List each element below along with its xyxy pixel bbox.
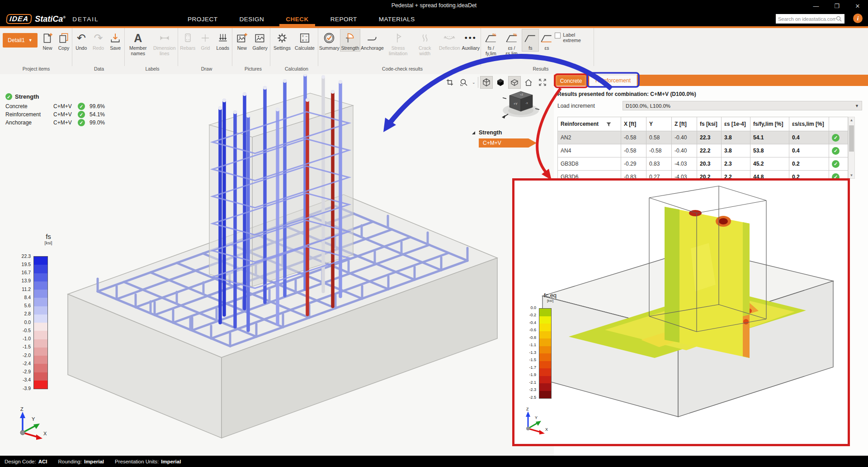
scrollbar-thumb[interactable] xyxy=(849,125,854,152)
wireframe-view-button[interactable] xyxy=(481,76,492,88)
new-item-button[interactable]: New xyxy=(39,29,56,51)
fs-button[interactable]: fs xyxy=(522,29,538,51)
label-extreme-toggle[interactable]: Label extreme xyxy=(555,29,594,43)
es-button[interactable]: εs xyxy=(538,29,555,51)
column-header[interactable]: Reinforcement xyxy=(558,117,621,131)
group-labels: AMember names Dimension lines xyxy=(125,28,178,66)
scale-tick: -1.5 xyxy=(15,344,31,349)
calculate-button[interactable]: + −× ÷Calculate xyxy=(294,29,316,51)
scroll-down-icon[interactable]: ▼ xyxy=(849,173,854,177)
menu-materials[interactable]: MATERIALS xyxy=(379,16,415,23)
fs-fylim-button[interactable]: %fs / fy,lim xyxy=(481,29,501,57)
magnifier-icon xyxy=(459,78,468,87)
member-names-button[interactable]: AMember names xyxy=(125,29,151,57)
load-increment-dropdown[interactable]: D100.0%, L100.0% ▼ xyxy=(623,101,862,110)
3d-viewport[interactable] xyxy=(0,74,554,456)
zoom-button[interactable] xyxy=(458,76,470,88)
calculate-icon: + −× ÷ xyxy=(299,30,311,46)
maximize-button[interactable]: ❐ xyxy=(826,0,847,12)
status-rounding: Rounding:Imperial xyxy=(58,459,104,464)
close-button[interactable]: ✕ xyxy=(847,0,868,12)
checkbox-icon[interactable] xyxy=(555,33,561,38)
anchorage-icon xyxy=(366,30,378,46)
solid-cube-icon xyxy=(496,78,505,87)
table-row[interactable]: GB3D8-0.290.83-4.0320.32.345.20.2✓ xyxy=(558,157,848,171)
copy-icon xyxy=(58,30,70,46)
svg-text:Z: Z xyxy=(526,407,529,411)
save-button[interactable]: Save xyxy=(107,29,123,51)
group-label: Calculation xyxy=(273,66,321,74)
results-tree-item[interactable]: Strength xyxy=(472,129,537,136)
search-box[interactable] xyxy=(776,14,844,24)
column-header[interactable]: Y xyxy=(646,117,672,131)
copy-button[interactable]: Copy xyxy=(56,29,72,51)
fit-view-button[interactable] xyxy=(537,76,548,88)
ribbon-group-labels: Project items Data Labels Draw Pictures … xyxy=(0,66,868,74)
results-table-headrow: Reinforcement X [ft]YZ [ft]fs [ksi]εs [1… xyxy=(558,117,848,131)
scale-title: fs xyxy=(31,233,66,240)
tab-concrete[interactable]: Concrete xyxy=(557,76,585,86)
new-picture-button[interactable]: New xyxy=(234,29,250,51)
menu-report[interactable]: REPORT xyxy=(330,16,357,23)
column-header[interactable]: fs/fy,lim [%] xyxy=(750,117,789,131)
table-scrollbar[interactable]: ▲ ▼ xyxy=(848,117,855,179)
menu-bar: IDEA StatiCa® DETAIL PROJECT DESIGN CHEC… xyxy=(0,12,868,26)
filter-icon xyxy=(606,122,611,127)
solid-view-button[interactable] xyxy=(495,76,506,88)
dimension-lines-button: Dimension lines xyxy=(151,29,178,57)
module-name: DETAIL xyxy=(72,16,99,23)
info-icon[interactable]: i xyxy=(853,14,863,23)
column-header[interactable]: Z [ft] xyxy=(672,117,697,131)
navigation-cube[interactable]: +Y -X +Z xyxy=(500,89,542,119)
column-header[interactable]: fs [ksi] xyxy=(697,117,722,131)
table-row[interactable]: AN4-0.58-0.58-0.4022.23.853.80.4✓ xyxy=(558,144,848,157)
scale-title: fc,eq xyxy=(534,292,566,299)
strength-button[interactable]: Strength xyxy=(340,29,360,51)
picture-add-icon xyxy=(236,30,248,46)
combination-line: Results presented for combination: C+M+V… xyxy=(557,91,696,97)
group-data: ↶Undo ↷Redo Save xyxy=(72,28,125,66)
menu-project[interactable]: PROJECT xyxy=(188,16,218,23)
tab-reinforcement[interactable]: Reinforcement xyxy=(589,75,637,86)
chevron-down-icon[interactable]: ⌄ xyxy=(472,80,476,85)
group-label: Labels xyxy=(126,66,179,74)
summary-button[interactable]: Summary xyxy=(318,29,340,51)
minimize-button[interactable]: — xyxy=(806,0,826,12)
undo-button[interactable]: ↶Undo xyxy=(73,29,90,51)
inset-axis-triad: ZYX xyxy=(520,407,552,438)
column-header[interactable]: X [ft] xyxy=(621,117,646,131)
detail-selector[interactable]: Detail1▼ xyxy=(3,33,38,48)
menu-check[interactable]: CHECK xyxy=(286,16,309,23)
group-draw: Rebars Grid Loads xyxy=(178,28,232,66)
scale-tick: -2.1 xyxy=(521,380,536,385)
strength-summary: ✓ Strength Concrete C+M+V ✓ 99.6% Reinfo… xyxy=(5,93,111,127)
scale-tick: 13.9 xyxy=(15,278,31,283)
column-header[interactable] xyxy=(829,117,848,131)
combination-flag[interactable]: C+M+V xyxy=(479,138,537,148)
gallery-button[interactable]: Gallery xyxy=(251,29,268,51)
chevron-down-icon: ▼ xyxy=(855,104,859,108)
x-axis-label: X xyxy=(43,431,47,436)
menu-design[interactable]: DESIGN xyxy=(240,16,264,23)
es-eslim-button[interactable]: %εs / εs,lim xyxy=(501,29,523,57)
results-tree: Strength C+M+V xyxy=(472,129,537,148)
home-view-button[interactable] xyxy=(523,76,534,88)
dimension-icon xyxy=(159,30,170,46)
save-icon xyxy=(109,30,121,46)
scale-tick: 16.7 xyxy=(15,270,31,275)
auxiliary-button[interactable]: •••Auxiliary xyxy=(461,29,481,51)
rebars-icon xyxy=(182,30,193,46)
settings-button[interactable]: Settings xyxy=(273,29,292,51)
scale-tick: -2.5 xyxy=(521,395,536,400)
scroll-up-icon[interactable]: ▲ xyxy=(849,118,854,122)
search-input[interactable] xyxy=(778,16,836,22)
section-view-button[interactable] xyxy=(509,76,520,88)
axis-triad: Z Y X xyxy=(13,406,51,444)
column-header[interactable]: εs [1e-4] xyxy=(722,117,750,131)
status-design-code: Design Code:ACI xyxy=(5,459,47,464)
anchorage-button[interactable]: Anchorage xyxy=(360,29,385,51)
table-row[interactable]: AN2-0.580.58-0.4022.33.854.10.4✓ xyxy=(558,131,848,144)
column-header[interactable]: εs/εs,lim [%] xyxy=(789,117,829,131)
zoom-window-button[interactable] xyxy=(444,76,456,88)
loads-button[interactable]: Loads xyxy=(215,29,231,51)
